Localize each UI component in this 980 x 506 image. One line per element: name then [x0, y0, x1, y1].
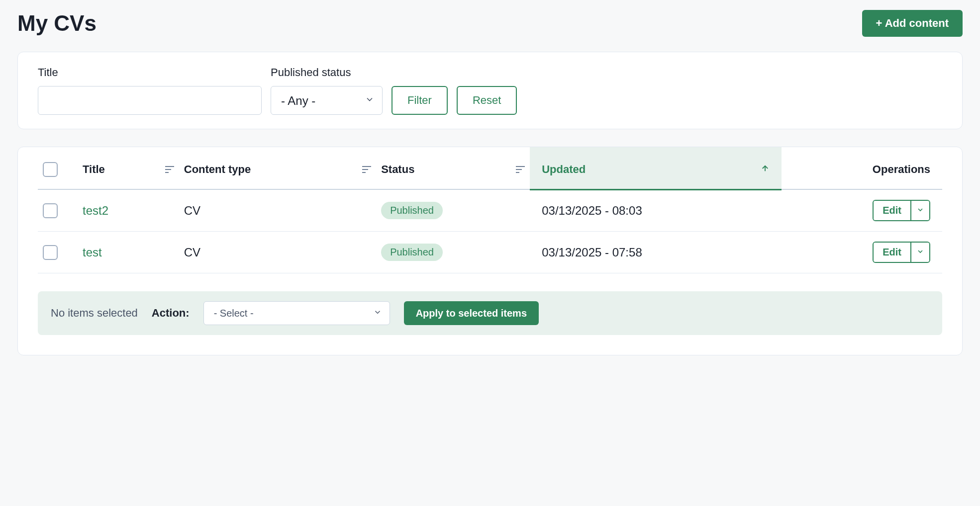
svg-rect-8 — [516, 172, 519, 173]
filter-button[interactable]: Filter — [392, 86, 448, 115]
arrow-up-icon — [761, 163, 770, 176]
svg-rect-4 — [362, 169, 368, 170]
chevron-down-icon — [916, 206, 924, 215]
apply-bulk-button[interactable]: Apply to selected items — [404, 301, 539, 325]
select-all-checkbox[interactable] — [43, 162, 58, 177]
table-row: test CV Published 03/13/2025 - 07:58 Edi… — [38, 232, 942, 273]
page-title: My CVs — [17, 11, 97, 36]
status-badge: Published — [381, 244, 443, 261]
status-filter-select[interactable]: - Any - — [271, 86, 383, 115]
row-title-link[interactable]: test — [83, 246, 102, 259]
sort-icon — [362, 163, 371, 176]
bulk-action-select[interactable]: - Select - — [203, 301, 390, 325]
column-header-operations: Operations — [782, 147, 942, 189]
row-content-type: CV — [179, 189, 376, 232]
action-label: Action: — [152, 307, 190, 320]
svg-rect-6 — [516, 166, 525, 167]
row-title-link[interactable]: test2 — [83, 204, 108, 217]
edit-button[interactable]: Edit — [874, 201, 910, 220]
svg-rect-5 — [362, 172, 366, 173]
content-table-panel: Title Content type — [17, 147, 963, 355]
svg-rect-3 — [362, 166, 371, 167]
row-checkbox[interactable] — [43, 245, 58, 260]
row-updated: 03/13/2025 - 08:03 — [530, 189, 782, 232]
chevron-down-icon — [916, 248, 924, 257]
edit-dropdown-button[interactable] — [910, 243, 929, 262]
filter-panel: Title Published status - Any - Filter Re… — [17, 52, 963, 129]
selection-count-text: No items selected — [51, 307, 138, 320]
sort-icon — [165, 163, 174, 176]
row-content-type: CV — [179, 232, 376, 273]
svg-rect-7 — [516, 169, 522, 170]
table-row: test2 CV Published 03/13/2025 - 08:03 Ed… — [38, 189, 942, 232]
add-content-button[interactable]: + Add content — [862, 10, 963, 37]
row-checkbox[interactable] — [43, 203, 58, 218]
status-filter-label: Published status — [271, 66, 383, 79]
bulk-action-bar: No items selected Action: - Select - App… — [38, 291, 942, 335]
title-filter-label: Title — [38, 66, 262, 79]
row-updated: 03/13/2025 - 07:58 — [530, 232, 782, 273]
edit-dropdown-button[interactable] — [910, 201, 929, 220]
edit-button[interactable]: Edit — [874, 243, 910, 262]
column-header-content-type[interactable]: Content type — [179, 147, 376, 189]
column-header-title[interactable]: Title — [78, 147, 179, 189]
column-header-status[interactable]: Status — [376, 147, 530, 189]
sort-icon — [516, 163, 525, 176]
svg-rect-0 — [165, 166, 174, 167]
content-table: Title Content type — [38, 147, 942, 273]
svg-rect-2 — [165, 172, 169, 173]
title-filter-input[interactable] — [38, 86, 262, 115]
reset-button[interactable]: Reset — [457, 86, 517, 115]
column-header-updated[interactable]: Updated — [530, 147, 782, 189]
svg-rect-1 — [165, 169, 171, 170]
status-badge: Published — [381, 202, 443, 219]
